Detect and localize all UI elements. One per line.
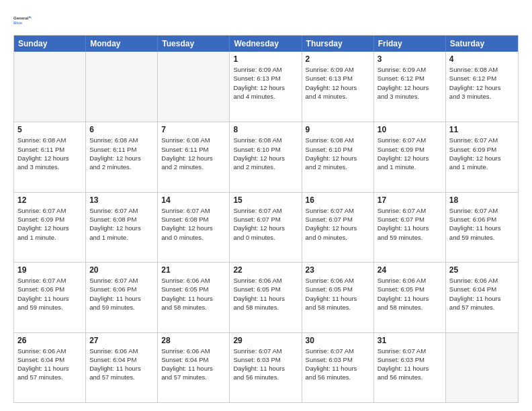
day-info: Sunrise: 6:06 AM Sunset: 6:05 PM Dayligh… [306,276,370,312]
page: GeneralBlue SundayMondayTuesdayWednesday… [0,0,532,411]
day-info: Sunrise: 6:06 AM Sunset: 6:05 PM Dayligh… [378,276,442,312]
day-cell-9: 9Sunrise: 6:08 AM Sunset: 6:10 PM Daylig… [302,122,374,191]
day-info: Sunrise: 6:07 AM Sunset: 6:03 PM Dayligh… [378,347,442,382]
header-day-sunday: Sunday [14,36,86,52]
svg-marker-2 [29,16,32,18]
day-number: 14 [161,195,226,205]
day-info: Sunrise: 6:08 AM Sunset: 6:11 PM Dayligh… [17,136,82,171]
day-number: 7 [161,125,226,134]
header-day-thursday: Thursday [302,36,374,52]
day-cell-5: 5Sunrise: 6:08 AM Sunset: 6:11 PM Daylig… [14,122,86,191]
day-cell-24: 24Sunrise: 6:06 AM Sunset: 6:05 PM Dayli… [374,263,446,332]
day-number: 11 [449,125,515,134]
day-number: 21 [161,265,226,275]
day-cell-1: 1Sunrise: 6:09 AM Sunset: 6:13 PM Daylig… [230,52,302,122]
day-number: 1 [233,54,298,64]
day-cell-11: 11Sunrise: 6:07 AM Sunset: 6:09 PM Dayli… [446,122,518,191]
day-info: Sunrise: 6:08 AM Sunset: 6:10 PM Dayligh… [306,136,370,171]
day-number: 24 [378,265,442,275]
day-cell-12: 12Sunrise: 6:07 AM Sunset: 6:09 PM Dayli… [14,193,86,262]
day-cell-23: 23Sunrise: 6:06 AM Sunset: 6:05 PM Dayli… [302,263,374,332]
empty-cell [14,52,86,122]
day-number: 31 [378,336,442,345]
day-number: 5 [17,125,82,134]
day-cell-28: 28Sunrise: 6:06 AM Sunset: 6:04 PM Dayli… [158,333,230,402]
day-cell-31: 31Sunrise: 6:07 AM Sunset: 6:03 PM Dayli… [374,333,446,402]
day-number: 20 [89,265,154,275]
header-day-saturday: Saturday [446,36,518,52]
day-cell-20: 20Sunrise: 6:07 AM Sunset: 6:06 PM Dayli… [86,263,158,332]
day-number: 8 [233,125,298,134]
day-info: Sunrise: 6:08 AM Sunset: 6:10 PM Dayligh… [233,136,298,171]
day-number: 15 [233,195,298,205]
day-cell-30: 30Sunrise: 6:07 AM Sunset: 6:03 PM Dayli… [302,333,374,402]
day-number: 9 [306,125,370,134]
day-info: Sunrise: 6:08 AM Sunset: 6:12 PM Dayligh… [449,65,515,101]
day-number: 25 [449,265,515,275]
day-info: Sunrise: 6:09 AM Sunset: 6:13 PM Dayligh… [233,65,298,101]
day-info: Sunrise: 6:07 AM Sunset: 6:07 PM Dayligh… [306,206,370,242]
week-row-1: 1Sunrise: 6:09 AM Sunset: 6:13 PM Daylig… [14,52,518,122]
logo-icon: GeneralBlue [13,11,35,30]
day-cell-18: 18Sunrise: 6:07 AM Sunset: 6:06 PM Dayli… [446,193,518,262]
day-cell-22: 22Sunrise: 6:06 AM Sunset: 6:05 PM Dayli… [230,263,302,332]
day-number: 6 [89,125,154,134]
day-number: 22 [233,265,298,275]
day-cell-14: 14Sunrise: 6:07 AM Sunset: 6:08 PM Dayli… [158,193,230,262]
day-cell-21: 21Sunrise: 6:06 AM Sunset: 6:05 PM Dayli… [158,263,230,332]
header-day-tuesday: Tuesday [158,36,230,52]
week-row-4: 19Sunrise: 6:07 AM Sunset: 6:06 PM Dayli… [14,262,518,332]
header: GeneralBlue [13,11,519,30]
day-info: Sunrise: 6:07 AM Sunset: 6:08 PM Dayligh… [89,206,154,242]
day-info: Sunrise: 6:07 AM Sunset: 6:09 PM Dayligh… [378,136,442,171]
day-cell-19: 19Sunrise: 6:07 AM Sunset: 6:06 PM Dayli… [14,263,86,332]
week-row-3: 12Sunrise: 6:07 AM Sunset: 6:09 PM Dayli… [14,192,518,262]
day-cell-7: 7Sunrise: 6:08 AM Sunset: 6:11 PM Daylig… [158,122,230,191]
day-number: 27 [89,336,154,345]
empty-cell [86,52,158,122]
day-cell-27: 27Sunrise: 6:06 AM Sunset: 6:04 PM Dayli… [86,333,158,402]
day-cell-2: 2Sunrise: 6:09 AM Sunset: 6:13 PM Daylig… [302,52,374,122]
header-day-monday: Monday [86,36,158,52]
day-info: Sunrise: 6:08 AM Sunset: 6:11 PM Dayligh… [89,136,154,171]
logo: GeneralBlue [13,11,35,30]
day-info: Sunrise: 6:07 AM Sunset: 6:07 PM Dayligh… [378,206,442,242]
day-info: Sunrise: 6:07 AM Sunset: 6:03 PM Dayligh… [233,347,298,382]
day-number: 28 [161,336,226,345]
header-day-wednesday: Wednesday [230,36,302,52]
day-number: 19 [17,265,82,275]
day-number: 26 [17,336,82,345]
day-info: Sunrise: 6:07 AM Sunset: 6:06 PM Dayligh… [17,276,82,312]
calendar-body: 1Sunrise: 6:09 AM Sunset: 6:13 PM Daylig… [14,52,518,402]
day-number: 17 [378,195,442,205]
calendar-header: SundayMondayTuesdayWednesdayThursdayFrid… [14,36,518,52]
day-info: Sunrise: 6:07 AM Sunset: 6:03 PM Dayligh… [306,347,370,382]
day-info: Sunrise: 6:07 AM Sunset: 6:07 PM Dayligh… [233,206,298,242]
day-info: Sunrise: 6:06 AM Sunset: 6:04 PM Dayligh… [449,276,515,312]
empty-cell [446,333,518,402]
day-cell-16: 16Sunrise: 6:07 AM Sunset: 6:07 PM Dayli… [302,193,374,262]
day-info: Sunrise: 6:07 AM Sunset: 6:09 PM Dayligh… [449,136,515,171]
day-number: 30 [306,336,370,345]
day-cell-15: 15Sunrise: 6:07 AM Sunset: 6:07 PM Dayli… [230,193,302,262]
day-cell-17: 17Sunrise: 6:07 AM Sunset: 6:07 PM Dayli… [374,193,446,262]
day-cell-13: 13Sunrise: 6:07 AM Sunset: 6:08 PM Dayli… [86,193,158,262]
day-number: 2 [306,54,370,64]
day-number: 29 [233,336,298,345]
day-number: 16 [306,195,370,205]
day-info: Sunrise: 6:08 AM Sunset: 6:11 PM Dayligh… [161,136,226,171]
empty-cell [158,52,230,122]
day-cell-25: 25Sunrise: 6:06 AM Sunset: 6:04 PM Dayli… [446,263,518,332]
header-day-friday: Friday [374,36,446,52]
day-cell-8: 8Sunrise: 6:08 AM Sunset: 6:10 PM Daylig… [230,122,302,191]
day-cell-10: 10Sunrise: 6:07 AM Sunset: 6:09 PM Dayli… [374,122,446,191]
day-info: Sunrise: 6:07 AM Sunset: 6:08 PM Dayligh… [161,206,226,242]
day-info: Sunrise: 6:06 AM Sunset: 6:05 PM Dayligh… [233,276,298,312]
day-number: 18 [449,195,515,205]
day-number: 13 [89,195,154,205]
day-info: Sunrise: 6:07 AM Sunset: 6:09 PM Dayligh… [17,206,82,242]
day-number: 23 [306,265,370,275]
day-cell-6: 6Sunrise: 6:08 AM Sunset: 6:11 PM Daylig… [86,122,158,191]
day-info: Sunrise: 6:09 AM Sunset: 6:12 PM Dayligh… [378,65,442,101]
day-number: 4 [449,54,515,64]
